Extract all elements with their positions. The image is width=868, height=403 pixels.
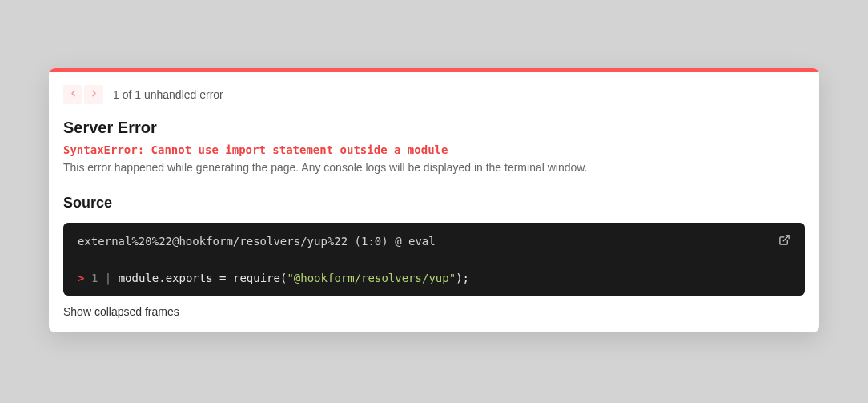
next-error-button[interactable] — [84, 85, 103, 104]
code-token: exports — [166, 272, 213, 284]
code-token: = — [213, 272, 233, 284]
svg-line-0 — [783, 236, 789, 241]
arrow-left-icon — [68, 88, 78, 101]
code-token: . — [159, 272, 165, 284]
open-in-editor-link[interactable] — [778, 234, 790, 248]
code-block: external%20%22@hookform/resolvers/yup%22… — [63, 223, 805, 296]
code-header: external%20%22@hookform/resolvers/yup%22… — [63, 223, 805, 260]
code-string: "@hookform/resolvers/yup" — [287, 272, 456, 284]
code-token: require — [233, 272, 280, 284]
error-message: SyntaxError: Cannot use import statement… — [63, 143, 805, 156]
nav-buttons — [63, 85, 103, 104]
code-token: module — [119, 272, 159, 284]
error-title: Server Error — [63, 119, 805, 137]
error-counter: 1 of 1 unhandled error — [113, 88, 223, 101]
card-body: 1 of 1 unhandled error Server Error Synt… — [49, 72, 819, 332]
error-navigation: 1 of 1 unhandled error — [63, 85, 805, 104]
code-line: > 1 | module.exports = require("@hookfor… — [63, 260, 805, 296]
external-link-icon — [778, 234, 790, 248]
line-separator: | — [105, 272, 111, 284]
source-title: Source — [63, 195, 805, 212]
source-location: external%20%22@hookform/resolvers/yup%22… — [78, 235, 436, 248]
error-description: This error happened while generating the… — [63, 161, 805, 174]
error-overlay-card: 1 of 1 unhandled error Server Error Synt… — [49, 68, 819, 332]
arrow-right-icon — [89, 88, 99, 101]
error-marker: > — [78, 272, 84, 284]
prev-error-button[interactable] — [63, 85, 82, 104]
show-collapsed-frames-link[interactable]: Show collapsed frames — [63, 305, 805, 318]
code-token: ); — [456, 272, 469, 284]
